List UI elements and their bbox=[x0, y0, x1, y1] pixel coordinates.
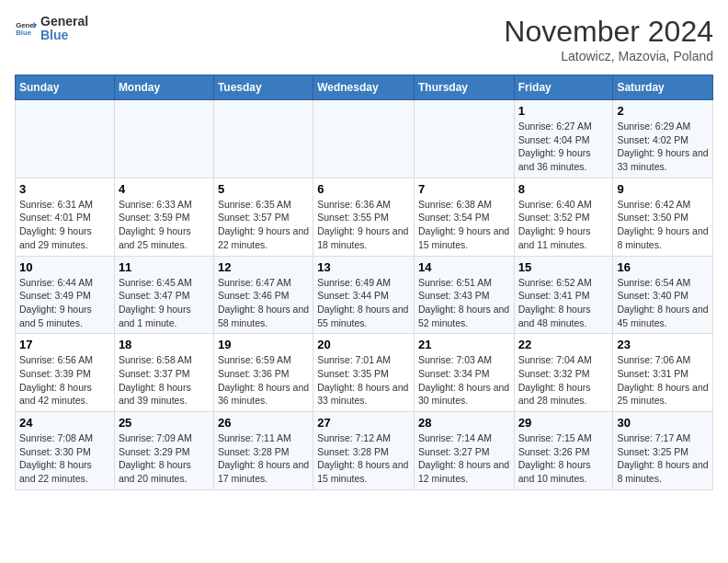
header-day-wednesday: Wednesday bbox=[313, 75, 415, 100]
day-number: 18 bbox=[119, 338, 210, 351]
day-number: 30 bbox=[617, 416, 709, 430]
day-number: 20 bbox=[317, 338, 410, 351]
day-info: Sunrise: 7:03 AM Sunset: 3:34 PM Dayligh… bbox=[418, 353, 510, 408]
day-cell: 23Sunrise: 7:06 AM Sunset: 3:31 PM Dayli… bbox=[613, 334, 713, 412]
calendar-table: SundayMondayTuesdayWednesdayThursdayFrid… bbox=[15, 75, 713, 490]
day-info: Sunrise: 6:35 AM Sunset: 3:57 PM Dayligh… bbox=[218, 198, 309, 252]
day-info: Sunrise: 7:12 AM Sunset: 3:28 PM Dayligh… bbox=[317, 431, 410, 486]
day-info: Sunrise: 6:54 AM Sunset: 3:40 PM Dayligh… bbox=[617, 276, 709, 330]
day-number: 4 bbox=[119, 182, 210, 196]
day-cell bbox=[213, 100, 313, 178]
day-cell: 20Sunrise: 7:01 AM Sunset: 3:35 PM Dayli… bbox=[313, 334, 415, 412]
day-number: 7 bbox=[418, 182, 510, 196]
day-cell: 26Sunrise: 7:11 AM Sunset: 3:28 PM Dayli… bbox=[213, 412, 313, 490]
day-info: Sunrise: 6:56 AM Sunset: 3:39 PM Dayligh… bbox=[19, 353, 110, 408]
day-cell: 8Sunrise: 6:40 AM Sunset: 3:52 PM Daylig… bbox=[514, 178, 613, 256]
week-row-2: 3Sunrise: 6:31 AM Sunset: 4:01 PM Daylig… bbox=[16, 178, 713, 256]
day-cell: 14Sunrise: 6:51 AM Sunset: 3:43 PM Dayli… bbox=[414, 256, 514, 334]
day-info: Sunrise: 7:01 AM Sunset: 3:35 PM Dayligh… bbox=[317, 353, 410, 408]
day-number: 27 bbox=[317, 416, 410, 430]
day-info: Sunrise: 7:15 AM Sunset: 3:26 PM Dayligh… bbox=[518, 431, 609, 486]
day-cell: 29Sunrise: 7:15 AM Sunset: 3:26 PM Dayli… bbox=[514, 412, 613, 490]
day-info: Sunrise: 6:38 AM Sunset: 3:54 PM Dayligh… bbox=[418, 198, 510, 252]
day-cell: 16Sunrise: 6:54 AM Sunset: 3:40 PM Dayli… bbox=[613, 256, 713, 334]
day-number: 10 bbox=[19, 260, 110, 274]
day-cell: 12Sunrise: 6:47 AM Sunset: 3:46 PM Dayli… bbox=[213, 256, 313, 334]
day-cell: 25Sunrise: 7:09 AM Sunset: 3:29 PM Dayli… bbox=[114, 412, 213, 490]
day-number: 2 bbox=[617, 104, 709, 118]
day-cell: 7Sunrise: 6:38 AM Sunset: 3:54 PM Daylig… bbox=[414, 178, 514, 256]
day-cell bbox=[16, 100, 115, 178]
week-row-3: 10Sunrise: 6:44 AM Sunset: 3:49 PM Dayli… bbox=[16, 256, 713, 334]
day-cell: 10Sunrise: 6:44 AM Sunset: 3:49 PM Dayli… bbox=[16, 256, 115, 334]
day-number: 21 bbox=[418, 338, 510, 351]
header-day-monday: Monday bbox=[114, 75, 213, 100]
day-info: Sunrise: 6:59 AM Sunset: 3:36 PM Dayligh… bbox=[218, 353, 309, 408]
day-cell bbox=[313, 100, 415, 178]
calendar-header: SundayMondayTuesdayWednesdayThursdayFrid… bbox=[16, 75, 713, 100]
day-cell bbox=[114, 100, 213, 178]
day-number: 15 bbox=[518, 260, 609, 274]
day-info: Sunrise: 7:11 AM Sunset: 3:28 PM Dayligh… bbox=[218, 431, 309, 486]
day-number: 8 bbox=[518, 182, 609, 196]
day-cell: 21Sunrise: 7:03 AM Sunset: 3:34 PM Dayli… bbox=[414, 334, 514, 412]
location-subtitle: Latowicz, Mazovia, Poland bbox=[504, 49, 713, 63]
day-info: Sunrise: 6:29 AM Sunset: 4:02 PM Dayligh… bbox=[617, 120, 709, 174]
week-row-1: 1Sunrise: 6:27 AM Sunset: 4:04 PM Daylig… bbox=[16, 100, 713, 178]
day-cell: 18Sunrise: 6:58 AM Sunset: 3:37 PM Dayli… bbox=[114, 334, 213, 412]
header-row: SundayMondayTuesdayWednesdayThursdayFrid… bbox=[16, 75, 713, 100]
day-number: 6 bbox=[317, 182, 410, 196]
day-number: 14 bbox=[418, 260, 510, 274]
day-number: 28 bbox=[418, 416, 510, 430]
day-number: 26 bbox=[218, 416, 309, 430]
day-info: Sunrise: 6:49 AM Sunset: 3:44 PM Dayligh… bbox=[317, 276, 410, 330]
calendar-body: 1Sunrise: 6:27 AM Sunset: 4:04 PM Daylig… bbox=[16, 100, 713, 490]
day-info: Sunrise: 6:42 AM Sunset: 3:50 PM Dayligh… bbox=[617, 198, 709, 252]
day-info: Sunrise: 6:33 AM Sunset: 3:59 PM Dayligh… bbox=[119, 198, 210, 252]
day-cell: 22Sunrise: 7:04 AM Sunset: 3:32 PM Dayli… bbox=[514, 334, 613, 412]
svg-text:Blue: Blue bbox=[16, 29, 32, 38]
day-info: Sunrise: 6:31 AM Sunset: 4:01 PM Dayligh… bbox=[19, 198, 110, 252]
day-info: Sunrise: 6:36 AM Sunset: 3:55 PM Dayligh… bbox=[317, 198, 410, 252]
day-cell: 11Sunrise: 6:45 AM Sunset: 3:47 PM Dayli… bbox=[114, 256, 213, 334]
day-number: 19 bbox=[218, 338, 309, 351]
title-area: November 2024 Latowicz, Mazovia, Poland bbox=[504, 15, 713, 63]
day-info: Sunrise: 6:51 AM Sunset: 3:43 PM Dayligh… bbox=[418, 276, 510, 330]
day-info: Sunrise: 6:52 AM Sunset: 3:41 PM Dayligh… bbox=[518, 276, 609, 330]
day-cell: 6Sunrise: 6:36 AM Sunset: 3:55 PM Daylig… bbox=[313, 178, 415, 256]
day-number: 9 bbox=[617, 182, 709, 196]
header-day-tuesday: Tuesday bbox=[213, 75, 313, 100]
day-number: 22 bbox=[518, 338, 609, 351]
day-cell: 3Sunrise: 6:31 AM Sunset: 4:01 PM Daylig… bbox=[16, 178, 115, 256]
day-cell: 19Sunrise: 6:59 AM Sunset: 3:36 PM Dayli… bbox=[213, 334, 313, 412]
day-info: Sunrise: 6:40 AM Sunset: 3:52 PM Dayligh… bbox=[518, 198, 609, 252]
day-cell: 28Sunrise: 7:14 AM Sunset: 3:27 PM Dayli… bbox=[414, 412, 514, 490]
day-number: 12 bbox=[218, 260, 309, 274]
day-cell: 1Sunrise: 6:27 AM Sunset: 4:04 PM Daylig… bbox=[514, 100, 613, 178]
day-number: 24 bbox=[19, 416, 110, 430]
logo-text-general: General bbox=[40, 14, 88, 29]
day-cell: 9Sunrise: 6:42 AM Sunset: 3:50 PM Daylig… bbox=[613, 178, 713, 256]
day-info: Sunrise: 7:09 AM Sunset: 3:29 PM Dayligh… bbox=[119, 431, 210, 486]
day-number: 11 bbox=[119, 260, 210, 274]
day-number: 17 bbox=[19, 338, 110, 351]
day-number: 23 bbox=[617, 338, 709, 351]
month-title: November 2024 bbox=[504, 15, 713, 49]
day-number: 5 bbox=[218, 182, 309, 196]
week-row-4: 17Sunrise: 6:56 AM Sunset: 3:39 PM Dayli… bbox=[16, 334, 713, 412]
logo-icon: General Blue bbox=[15, 17, 37, 40]
day-info: Sunrise: 7:17 AM Sunset: 3:25 PM Dayligh… bbox=[617, 431, 709, 486]
day-cell: 15Sunrise: 6:52 AM Sunset: 3:41 PM Dayli… bbox=[514, 256, 613, 334]
day-number: 25 bbox=[119, 416, 210, 430]
day-cell: 30Sunrise: 7:17 AM Sunset: 3:25 PM Dayli… bbox=[613, 412, 713, 490]
day-number: 16 bbox=[617, 260, 709, 274]
week-row-5: 24Sunrise: 7:08 AM Sunset: 3:30 PM Dayli… bbox=[16, 412, 713, 490]
day-info: Sunrise: 7:04 AM Sunset: 3:32 PM Dayligh… bbox=[518, 353, 609, 408]
day-cell: 4Sunrise: 6:33 AM Sunset: 3:59 PM Daylig… bbox=[114, 178, 213, 256]
day-number: 1 bbox=[518, 104, 609, 118]
day-number: 13 bbox=[317, 260, 410, 274]
day-info: Sunrise: 6:45 AM Sunset: 3:47 PM Dayligh… bbox=[119, 276, 210, 330]
day-info: Sunrise: 7:08 AM Sunset: 3:30 PM Dayligh… bbox=[19, 431, 110, 486]
day-cell bbox=[414, 100, 514, 178]
header-day-thursday: Thursday bbox=[414, 75, 514, 100]
